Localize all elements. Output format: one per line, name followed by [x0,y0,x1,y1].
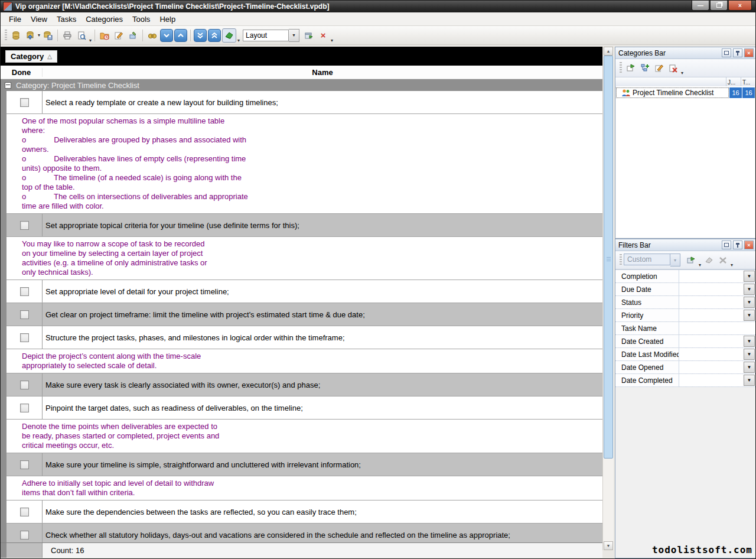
move-to-bottom-button[interactable] [194,29,207,42]
layout-view-caret[interactable]: ▾ [237,38,240,43]
add-task-button[interactable] [98,29,111,42]
menu-file[interactable]: File [4,14,26,25]
delete-category-button[interactable] [667,61,680,74]
filter-dropdown-button[interactable]: ▼ [744,375,755,386]
filter-dropdown-button[interactable]: ▼ [744,349,755,360]
panel-close-button[interactable]: × [744,48,754,57]
panel-restore-button[interactable] [722,240,731,249]
open-database-button[interactable] [24,29,37,42]
delete-category-caret[interactable]: ▾ [681,70,683,76]
print-button[interactable] [61,29,74,42]
apply-layout-button[interactable] [302,29,315,42]
panel-pin-button[interactable] [733,48,742,57]
panel-restore-button[interactable] [722,48,731,57]
move-down-button[interactable] [160,29,173,42]
task-row[interactable]: Set appropriate topical criteria for you… [6,214,602,237]
clear-filter-button[interactable] [702,254,715,266]
task-row[interactable]: Make sure every task is clearly associat… [6,373,602,396]
category-group-row[interactable]: Category: Project Timeline Checklist [1,79,602,91]
menu-categories[interactable]: Categories [81,14,128,25]
menu-tasks[interactable]: Tasks [52,14,81,25]
print-preview-button[interactable] [75,29,88,42]
categories-count-column-2[interactable]: T... [741,77,755,87]
filter-dropdown-button[interactable]: ▼ [744,284,755,295]
task-row[interactable]: Check whether all statutory holidays, da… [6,524,602,542]
layout-combobox[interactable]: Layout ▾ [243,29,299,42]
task-checkbox[interactable] [20,508,29,516]
open-database-caret[interactable]: ▾ [38,32,40,38]
task-checkbox[interactable] [20,221,29,230]
filter-value[interactable] [679,348,742,360]
menu-help[interactable]: Help [155,14,180,25]
list-scrollbar[interactable]: ▲ ▼ [602,47,614,550]
toolbar-options-caret[interactable]: ▾ [331,38,333,43]
new-database-button[interactable] [9,29,22,42]
category-item[interactable]: Project Timeline Checklist 16 16 [616,87,755,98]
task-checkbox[interactable] [20,460,29,469]
column-header-done[interactable]: Done [1,68,43,77]
scrollbar-thumb[interactable] [604,56,613,459]
restore-button[interactable] [710,1,728,11]
task-row[interactable]: Set appropriate level of detail for your… [6,280,602,303]
filter-value[interactable] [679,309,742,321]
filter-preset-value[interactable]: Custom [624,254,670,265]
delete-filter-button[interactable] [716,254,729,266]
layout-combobox-dropdown[interactable]: ▾ [289,29,299,42]
category-item-selected[interactable]: Project Timeline Checklist [616,87,729,98]
filter-value[interactable] [679,322,755,334]
edit-task-button[interactable] [112,29,125,42]
task-checkbox[interactable] [20,310,29,319]
save-database-button[interactable] [41,29,54,42]
filter-dropdown-button[interactable]: ▼ [744,362,755,373]
collapse-group-icon[interactable] [5,82,11,89]
save-filter-caret[interactable]: ▾ [699,262,701,268]
filter-value[interactable] [679,361,742,373]
move-up-button[interactable] [174,29,187,42]
task-checkbox[interactable] [20,98,29,107]
find-button[interactable] [146,29,159,42]
move-to-top-button[interactable] [208,29,221,42]
filter-dropdown-button[interactable]: ▼ [744,336,755,347]
group-by-category-button[interactable]: Category △ [5,50,57,63]
filter-preset-combobox[interactable]: Custom ▾ [624,254,680,266]
filters-options-caret[interactable]: ▾ [731,262,733,268]
menu-view[interactable]: View [26,14,52,25]
task-row[interactable]: Get clear on project timeframe: limit th… [6,303,602,326]
panel-close-button[interactable]: × [744,240,754,249]
filter-value[interactable] [679,335,742,347]
print-options-caret[interactable]: ▾ [89,38,92,43]
task-row[interactable]: Make sure your timeline is simple, strai… [6,453,602,476]
save-filter-button[interactable] [685,254,698,266]
task-row[interactable]: Make sure the dependencies between the t… [6,500,602,524]
task-checkbox[interactable] [20,531,29,540]
filter-value[interactable] [679,270,742,282]
task-row[interactable]: Structure the project tasks, phases, and… [6,326,602,349]
task-checkbox[interactable] [20,333,29,342]
filter-value[interactable] [679,283,742,295]
add-category-button[interactable] [624,61,637,74]
layout-combobox-value[interactable]: Layout [243,30,289,41]
column-header-name[interactable]: Name [43,68,602,77]
scroll-up-button[interactable]: ▲ [604,47,613,56]
delete-task-button[interactable] [126,29,139,42]
add-subcategory-button[interactable] [638,61,651,74]
minimize-button[interactable]: — [692,1,709,11]
menu-tools[interactable]: Tools [128,14,155,25]
edit-category-button[interactable] [653,61,666,74]
task-row[interactable]: Select a ready template or create a new … [6,91,602,114]
filter-value[interactable] [679,374,742,386]
close-button[interactable]: × [728,1,752,11]
task-checkbox[interactable] [20,287,29,296]
scroll-down-button[interactable]: ▼ [604,541,613,550]
panel-pin-button[interactable] [733,240,742,249]
task-checkbox[interactable] [20,404,29,412]
layout-view-toggle[interactable] [222,28,236,43]
filter-dropdown-button[interactable]: ▼ [744,310,755,321]
filter-dropdown-button[interactable]: ▼ [744,297,755,308]
filter-preset-dropdown[interactable]: ▾ [670,254,680,266]
filter-dropdown-button[interactable]: ▼ [744,271,755,282]
delete-layout-button[interactable]: × [317,29,330,42]
filter-value[interactable] [679,296,742,308]
task-checkbox[interactable] [20,381,29,389]
categories-count-column-1[interactable]: J... [726,77,741,87]
